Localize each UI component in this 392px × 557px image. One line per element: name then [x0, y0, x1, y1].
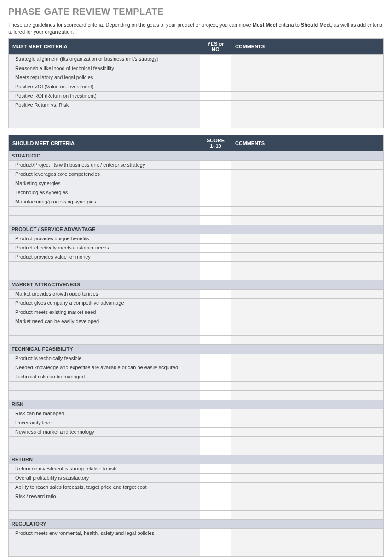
- score-cell[interactable]: [200, 427, 231, 436]
- score-cell[interactable]: [200, 528, 231, 538]
- section-score: [200, 400, 231, 409]
- score-cell[interactable]: [200, 317, 231, 326]
- criteria-cell: Technical risk can be managed: [9, 372, 200, 381]
- comment-cell[interactable]: [231, 547, 384, 556]
- section-row: RETURN: [9, 455, 384, 464]
- score-cell[interactable]: [200, 110, 231, 119]
- score-cell[interactable]: [200, 354, 231, 363]
- intro-bold-1: Must Meet: [253, 22, 277, 28]
- score-cell[interactable]: [200, 492, 231, 501]
- comment-cell[interactable]: [231, 446, 384, 455]
- score-cell[interactable]: [200, 234, 231, 243]
- comment-cell[interactable]: [231, 436, 384, 446]
- comment-cell[interactable]: [231, 160, 384, 169]
- score-cell[interactable]: [200, 271, 231, 280]
- score-cell[interactable]: [200, 119, 231, 128]
- criteria-cell: Overall profitability is satisfactory: [9, 473, 200, 482]
- comment-cell[interactable]: [231, 335, 384, 344]
- comment-cell[interactable]: [231, 206, 384, 215]
- score-cell[interactable]: [200, 482, 231, 492]
- comment-cell[interactable]: [231, 100, 384, 110]
- score-cell[interactable]: [200, 261, 231, 271]
- comment-cell[interactable]: [231, 243, 384, 252]
- comment-cell[interactable]: [231, 197, 384, 206]
- score-cell[interactable]: [200, 464, 231, 473]
- score-cell[interactable]: [200, 308, 231, 317]
- comment-cell[interactable]: [231, 363, 384, 372]
- score-cell[interactable]: [200, 326, 231, 335]
- score-cell[interactable]: [200, 160, 231, 169]
- score-cell[interactable]: [200, 363, 231, 372]
- score-cell[interactable]: [200, 390, 231, 400]
- comment-cell[interactable]: [231, 501, 384, 510]
- score-cell[interactable]: [200, 289, 231, 298]
- score-cell[interactable]: [200, 446, 231, 455]
- comment-cell[interactable]: [231, 119, 384, 128]
- score-cell[interactable]: [200, 372, 231, 381]
- comment-cell[interactable]: [231, 234, 384, 243]
- comment-cell[interactable]: [231, 188, 384, 197]
- comment-cell[interactable]: [231, 110, 384, 119]
- score-cell[interactable]: [200, 436, 231, 446]
- score-cell[interactable]: [200, 91, 231, 100]
- score-cell[interactable]: [200, 298, 231, 308]
- comment-cell[interactable]: [231, 73, 384, 82]
- comment-cell[interactable]: [231, 169, 384, 179]
- score-cell[interactable]: [200, 179, 231, 188]
- score-cell[interactable]: [200, 409, 231, 418]
- comment-cell[interactable]: [231, 179, 384, 188]
- comment-cell[interactable]: [231, 289, 384, 298]
- comment-cell[interactable]: [231, 528, 384, 538]
- score-cell[interactable]: [200, 100, 231, 110]
- criteria-cell: Risk can be managed: [9, 409, 200, 418]
- score-cell[interactable]: [200, 243, 231, 252]
- comment-cell[interactable]: [231, 271, 384, 280]
- comment-cell[interactable]: [231, 326, 384, 335]
- must-header-yesno: YES or NO: [200, 38, 231, 54]
- comment-cell[interactable]: [231, 409, 384, 418]
- score-cell[interactable]: [200, 82, 231, 91]
- comment-cell[interactable]: [231, 464, 384, 473]
- score-cell[interactable]: [200, 169, 231, 179]
- score-cell[interactable]: [200, 501, 231, 510]
- comment-cell[interactable]: [231, 538, 384, 547]
- comment-cell[interactable]: [231, 492, 384, 501]
- score-cell[interactable]: [200, 252, 231, 261]
- comment-cell[interactable]: [231, 354, 384, 363]
- comment-cell[interactable]: [231, 510, 384, 519]
- comment-cell[interactable]: [231, 473, 384, 482]
- score-cell[interactable]: [200, 54, 231, 64]
- comment-cell[interactable]: [231, 482, 384, 492]
- score-cell[interactable]: [200, 206, 231, 215]
- score-cell[interactable]: [200, 64, 231, 73]
- score-cell[interactable]: [200, 473, 231, 482]
- comment-cell[interactable]: [231, 298, 384, 308]
- score-cell[interactable]: [200, 335, 231, 344]
- score-cell[interactable]: [200, 538, 231, 547]
- score-cell[interactable]: [200, 215, 231, 225]
- comment-cell[interactable]: [231, 261, 384, 271]
- score-cell[interactable]: [200, 381, 231, 390]
- score-cell[interactable]: [200, 73, 231, 82]
- comment-cell[interactable]: [231, 91, 384, 100]
- comment-cell[interactable]: [231, 64, 384, 73]
- comment-cell[interactable]: [231, 308, 384, 317]
- comment-cell[interactable]: [231, 418, 384, 427]
- comment-cell[interactable]: [231, 381, 384, 390]
- comment-cell[interactable]: [231, 54, 384, 64]
- score-cell[interactable]: [200, 188, 231, 197]
- should-meet-table: SHOULD MEET CRITERIA SCORE 1–10 COMMENTS…: [8, 135, 384, 557]
- comment-cell[interactable]: [231, 372, 384, 381]
- score-cell[interactable]: [200, 197, 231, 206]
- comment-cell[interactable]: [231, 317, 384, 326]
- score-cell[interactable]: [200, 510, 231, 519]
- score-cell[interactable]: [200, 547, 231, 556]
- comment-cell[interactable]: [231, 390, 384, 400]
- comment-cell[interactable]: [231, 252, 384, 261]
- comment-cell[interactable]: [231, 215, 384, 225]
- criteria-row: [9, 510, 384, 519]
- comment-cell[interactable]: [231, 82, 384, 91]
- criteria-row: Reasonable likelihood of technical feasi…: [9, 64, 384, 73]
- score-cell[interactable]: [200, 418, 231, 427]
- comment-cell[interactable]: [231, 427, 384, 436]
